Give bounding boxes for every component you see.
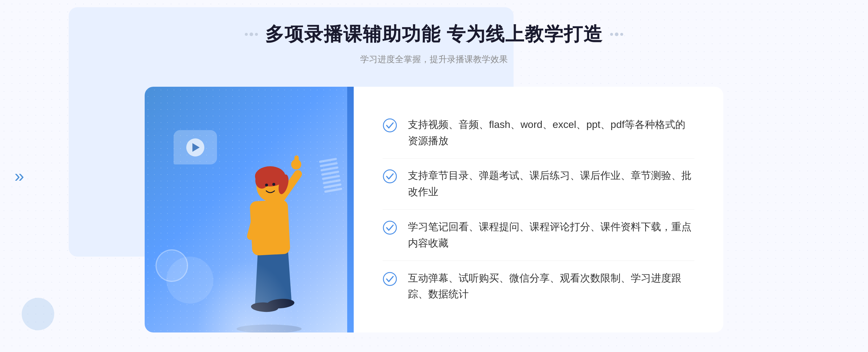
- svg-point-20: [383, 272, 396, 286]
- features-panel: 支持视频、音频、flash、word、excel、ppt、pdf等各种格式的资源…: [354, 87, 723, 332]
- svg-rect-9: [294, 155, 299, 166]
- divider-2: [383, 209, 694, 210]
- deco-circle-2: [166, 257, 213, 304]
- check-icon-4: [383, 272, 397, 286]
- svg-point-15: [265, 184, 268, 186]
- svg-point-17: [383, 119, 396, 132]
- dot-1: [245, 33, 248, 36]
- person-illustration: [211, 137, 327, 332]
- svg-point-19: [383, 221, 396, 234]
- header-section: 多项录播课辅助功能 专为线上教学打造 学习进度全掌握，提升录播课教学效果: [245, 22, 623, 65]
- svg-point-0: [237, 325, 302, 332]
- header-dots-left: [245, 33, 258, 36]
- play-circle: [186, 138, 204, 156]
- check-icon-1: [383, 118, 397, 133]
- illustration-panel: [145, 87, 347, 332]
- main-title: 多项录播课辅助功能 专为线上教学打造: [265, 22, 603, 47]
- dot-6: [620, 33, 623, 36]
- dot-5: [615, 33, 618, 36]
- content-area: 支持视频、音频、flash、word、excel、ppt、pdf等各种格式的资源…: [145, 87, 723, 332]
- feature-text-1: 支持视频、音频、flash、word、excel、ppt、pdf等各种格式的资源…: [408, 117, 694, 149]
- feature-text-3: 学习笔记回看、课程提问、课程评论打分、课件资料下载，重点内容收藏: [408, 219, 694, 252]
- dot-3: [255, 33, 258, 36]
- header-dots-right: [610, 33, 623, 36]
- check-icon-3: [383, 220, 397, 235]
- dot-2: [250, 33, 253, 36]
- dot-4: [610, 33, 613, 36]
- feature-item-2: 支持章节目录、弹题考试、课后练习、课后作业、章节测验、批改作业: [383, 160, 694, 207]
- feature-item-4: 互动弹幕、试听购买、微信分享、观看次数限制、学习进度跟踪、数据统计: [383, 263, 694, 310]
- page-subtitle: 学习进度全掌握，提升录播课教学效果: [360, 53, 508, 65]
- feature-item-1: 支持视频、音频、flash、word、excel、ppt、pdf等各种格式的资源…: [383, 110, 694, 156]
- svg-rect-2: [269, 247, 292, 304]
- check-icon-2: [383, 169, 397, 184]
- feature-text-4: 互动弹幕、试听购买、微信分享、观看次数限制、学习进度跟踪、数据统计: [408, 270, 694, 303]
- page-container: 多项录播课辅助功能 专为线上教学打造 学习进度全掌握，提升录播课教学效果 »: [0, 0, 868, 352]
- feature-item-3: 学习笔记回看、课程提问、课程评论打分、课件资料下载，重点内容收藏: [383, 212, 694, 259]
- svg-point-18: [383, 170, 396, 183]
- blue-accent-bar: [347, 87, 354, 332]
- left-chevron-decoration: »: [14, 167, 24, 185]
- play-bubble: [174, 130, 217, 164]
- divider-1: [383, 158, 694, 159]
- feature-text-2: 支持章节目录、弹题考试、课后练习、课后作业、章节测验、批改作业: [408, 168, 694, 200]
- bottom-left-circle: [22, 298, 54, 330]
- play-triangle: [192, 143, 200, 152]
- header-title-row: 多项录播课辅助功能 专为线上教学打造: [245, 22, 623, 47]
- divider-3: [383, 261, 694, 261]
- svg-point-16: [272, 183, 275, 186]
